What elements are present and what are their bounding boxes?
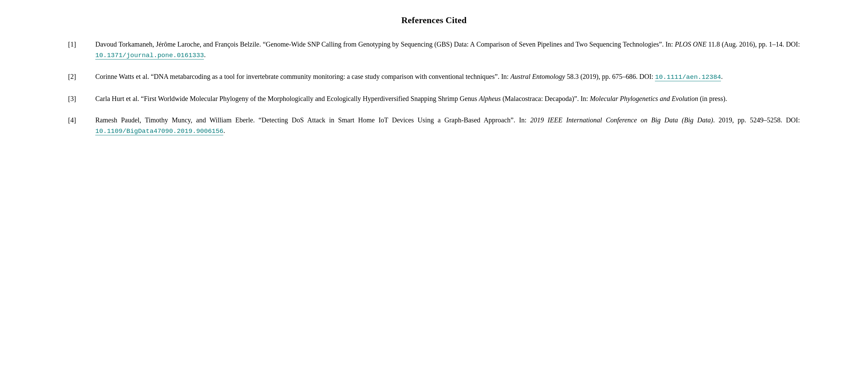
ref-4-text-after-journal: . 2019, pp. 5249–5258. DOI:: [713, 116, 800, 124]
ref-content-4: Ramesh Paudel, Timothy Muncy, and Willia…: [95, 115, 800, 136]
reference-item-4: [4] Ramesh Paudel, Timothy Muncy, and Wi…: [68, 115, 800, 136]
ref-1-text-after-doi: .: [204, 51, 206, 58]
ref-3-text-before: Carla Hurt et al. “First Worldwide Molec…: [95, 95, 479, 102]
ref-content-3: Carla Hurt et al. “First Worldwide Molec…: [95, 93, 800, 104]
ref-2-text-after-doi: .: [721, 73, 723, 80]
ref-4-text-before: Ramesh Paudel, Timothy Muncy, and Willia…: [95, 116, 530, 124]
reference-item-2: [2] Corinne Watts et al. “DNA metabarcod…: [68, 71, 800, 82]
ref-2-text-after-journal: 58.3 (2019), pp. 675–686. DOI:: [565, 73, 655, 80]
ref-1-doi-link[interactable]: 10.1371/journal.pone.0161333: [95, 52, 204, 59]
ref-2-journal: Austral Entomology: [510, 73, 565, 80]
ref-4-doi-link[interactable]: 10.1109/BigData47090.2019.9006156: [95, 127, 223, 135]
ref-4-text-after-doi: .: [223, 127, 225, 134]
ref-3-text-middle: (Malacostraca: Decapoda)”. In:: [501, 95, 590, 102]
ref-number-2: [2]: [68, 71, 95, 82]
references-list: [1] Davoud Torkamaneh, Jérôme Laroche, a…: [68, 39, 800, 136]
ref-content-2: Corinne Watts et al. “DNA metabarcoding …: [95, 71, 800, 82]
ref-number-3: [3]: [68, 93, 95, 104]
reference-item-1: [1] Davoud Torkamaneh, Jérôme Laroche, a…: [68, 39, 800, 61]
ref-2-doi-link[interactable]: 10.1111/aen.12384: [655, 73, 721, 81]
ref-content-1: Davoud Torkamaneh, Jérôme Laroche, and F…: [95, 39, 800, 61]
ref-1-journal: PLOS ONE: [675, 40, 706, 48]
ref-number-1: [1]: [68, 39, 95, 49]
page-title: References Cited: [68, 14, 800, 27]
ref-1-text-before: Davoud Torkamaneh, Jérôme Laroche, and F…: [95, 40, 675, 48]
ref-3-journal: Molecular Phylogenetics and Evolution: [590, 95, 698, 102]
ref-3-italic-word: Alpheus: [479, 95, 501, 102]
ref-4-journal: 2019 IEEE International Conference on Bi…: [530, 116, 713, 124]
ref-number-4: [4]: [68, 115, 95, 125]
ref-1-text-after-journal: 11.8 (Aug. 2016), pp. 1–14. DOI:: [706, 40, 800, 48]
ref-2-text-before: Corinne Watts et al. “DNA metabarcoding …: [95, 73, 510, 80]
ref-3-text-after-journal: (in press).: [698, 95, 727, 102]
reference-item-3: [3] Carla Hurt et al. “First Worldwide M…: [68, 93, 800, 104]
